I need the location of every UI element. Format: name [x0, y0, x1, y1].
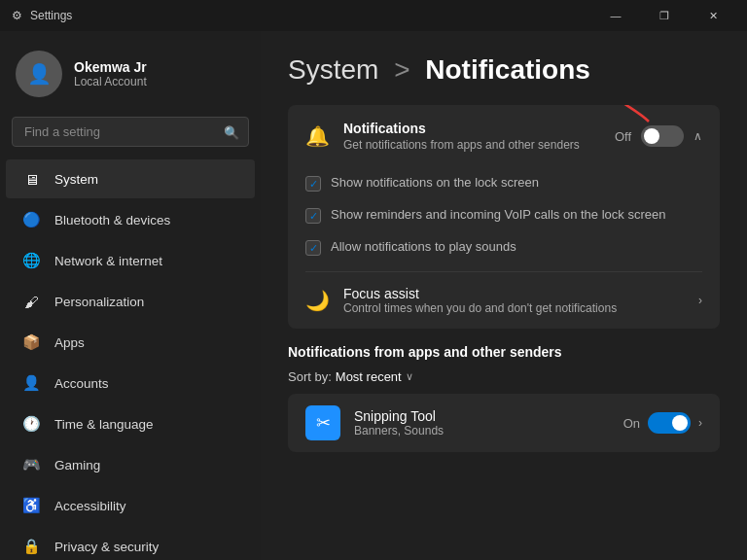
sidebar-item-label: Accounts	[54, 376, 109, 391]
sidebar: 👤 Okemwa Jr Local Account 🔍 🖥 System 🔵 B…	[0, 31, 261, 560]
checkbox-sounds[interactable]	[305, 240, 321, 256]
sidebar-item-time[interactable]: 🕐 Time & language	[6, 404, 255, 443]
toggle-thumb	[672, 415, 688, 431]
titlebar-left: ⚙ Settings	[12, 9, 72, 22]
account-type: Local Account	[74, 75, 147, 88]
titlebar-title: Settings	[30, 9, 72, 22]
sort-value: Most recent	[336, 369, 402, 384]
titlebar-controls: — ❐ ✕	[593, 0, 735, 31]
sidebar-item-label: Gaming	[54, 458, 100, 472]
toggle-state-label: Off	[615, 129, 631, 144]
sub-option-lock-screen: Show notifications on the lock screen	[305, 167, 702, 199]
sub-option-label: Show notifications on the lock screen	[331, 175, 539, 190]
sidebar-item-label: Network & internet	[54, 254, 162, 268]
app-toggle-label: On	[623, 416, 640, 431]
app-toggle[interactable]	[648, 412, 691, 434]
sidebar-item-privacy[interactable]: 🔒 Privacy & security	[6, 527, 255, 560]
notifications-right: Off ∧	[615, 125, 702, 147]
app-icon: ✂	[305, 405, 340, 440]
content-area: System > Notifications 🔔 Notifications G…	[261, 31, 747, 560]
focus-text: Focus assist Control times when you do a…	[343, 286, 685, 315]
checkbox-reminders[interactable]	[305, 208, 321, 224]
notifications-text: Notifications Get notifications from app…	[343, 121, 601, 152]
focus-assist-row[interactable]: 🌙 Focus assist Control times when you do…	[288, 272, 720, 329]
sidebar-item-personalization[interactable]: 🖌 Personalization	[6, 282, 255, 321]
search-box: 🔍	[12, 117, 249, 147]
bell-icon: 🔔	[305, 124, 330, 148]
personalization-icon: 🖌	[21, 292, 41, 311]
notifications-toggle[interactable]	[641, 125, 684, 147]
close-button[interactable]: ✕	[691, 0, 735, 31]
titlebar: ⚙ Settings — ❐ ✕	[0, 0, 747, 31]
search-input[interactable]	[12, 117, 249, 147]
focus-subtitle: Control times when you do and don't get …	[343, 301, 685, 315]
privacy-icon: 🔒	[21, 537, 41, 556]
breadcrumb-system: System	[288, 54, 378, 85]
sub-option-reminders: Show reminders and incoming VoIP calls o…	[305, 199, 702, 231]
bluetooth-icon: 🔵	[21, 210, 41, 229]
app-name: Snipping Tool	[354, 408, 610, 424]
app-chevron-right-icon: ›	[698, 416, 702, 430]
app-row: ✂ Snipping Tool Banners, Sounds On ›	[288, 394, 720, 452]
search-icon: 🔍	[224, 124, 239, 139]
network-icon: 🌐	[21, 251, 41, 270]
section-header: Notifications from apps and other sender…	[288, 344, 720, 360]
app-body: 👤 Okemwa Jr Local Account 🔍 🖥 System 🔵 B…	[0, 31, 747, 560]
focus-title: Focus assist	[343, 286, 685, 301]
gaming-icon: 🎮	[21, 455, 41, 474]
sidebar-item-label: Time & language	[54, 417, 154, 432]
settings-icon: ⚙	[12, 9, 22, 22]
checkbox-lock-screen[interactable]	[305, 176, 321, 192]
sub-option-sounds: Allow notifications to play sounds	[305, 231, 702, 263]
breadcrumb-current: Notifications	[425, 54, 590, 85]
sort-label: Sort by:	[288, 369, 332, 384]
sidebar-item-system[interactable]: 🖥 System	[6, 159, 255, 198]
sub-options: Show notifications on the lock screen Sh…	[288, 167, 720, 271]
apps-icon: 📦	[21, 332, 41, 352]
sidebar-item-apps[interactable]: 📦 Apps	[6, 323, 255, 362]
sort-row: Sort by: Most recent ∨	[288, 369, 720, 384]
app-type: Banners, Sounds	[354, 424, 610, 438]
sidebar-item-gaming[interactable]: 🎮 Gaming	[6, 445, 255, 484]
sort-chevron-icon[interactable]: ∨	[406, 370, 413, 383]
notifications-title: Notifications	[343, 121, 601, 136]
sidebar-item-label: Accessibility	[54, 499, 126, 513]
system-icon: 🖥	[21, 169, 41, 189]
sidebar-item-bluetooth[interactable]: 🔵 Bluetooth & devices	[6, 200, 255, 239]
notifications-main-row: 🔔 Notifications Get notifications from a…	[288, 105, 720, 167]
minimize-button[interactable]: —	[593, 0, 638, 31]
maximize-button[interactable]: ❐	[642, 0, 687, 31]
chevron-right-icon: ›	[698, 294, 702, 307]
sidebar-item-label: Personalization	[54, 295, 144, 309]
chevron-up-icon[interactable]: ∧	[694, 129, 702, 143]
sidebar-item-accessibility[interactable]: ♿ Accessibility	[6, 486, 255, 525]
sidebar-item-label: Apps	[54, 335, 85, 350]
breadcrumb-sep: >	[394, 54, 409, 85]
time-icon: 🕐	[21, 414, 41, 434]
accessibility-icon: ♿	[21, 496, 41, 515]
sub-option-label: Allow notifications to play sounds	[331, 239, 516, 254]
toggle-thumb	[644, 128, 659, 144]
sidebar-item-accounts[interactable]: 👤 Accounts	[6, 364, 255, 402]
app-right: On ›	[623, 412, 702, 434]
avatar: 👤	[16, 51, 62, 97]
focus-icon: 🌙	[305, 289, 330, 312]
notifications-subtitle: Get notifications from apps and other se…	[343, 138, 601, 152]
user-profile[interactable]: 👤 Okemwa Jr Local Account	[0, 31, 261, 113]
user-name: Okemwa Jr	[74, 59, 147, 75]
sidebar-item-label: Privacy & security	[54, 540, 159, 554]
sidebar-item-network[interactable]: 🌐 Network & internet	[6, 241, 255, 280]
sidebar-item-label: System	[54, 172, 98, 187]
app-info: Snipping Tool Banners, Sounds	[354, 408, 610, 438]
user-info: Okemwa Jr Local Account	[74, 59, 147, 88]
sidebar-item-label: Bluetooth & devices	[54, 213, 170, 228]
page-header: System > Notifications	[288, 54, 720, 86]
sub-option-label: Show reminders and incoming VoIP calls o…	[331, 207, 665, 222]
accounts-icon: 👤	[21, 373, 41, 393]
notifications-card: 🔔 Notifications Get notifications from a…	[288, 105, 720, 329]
